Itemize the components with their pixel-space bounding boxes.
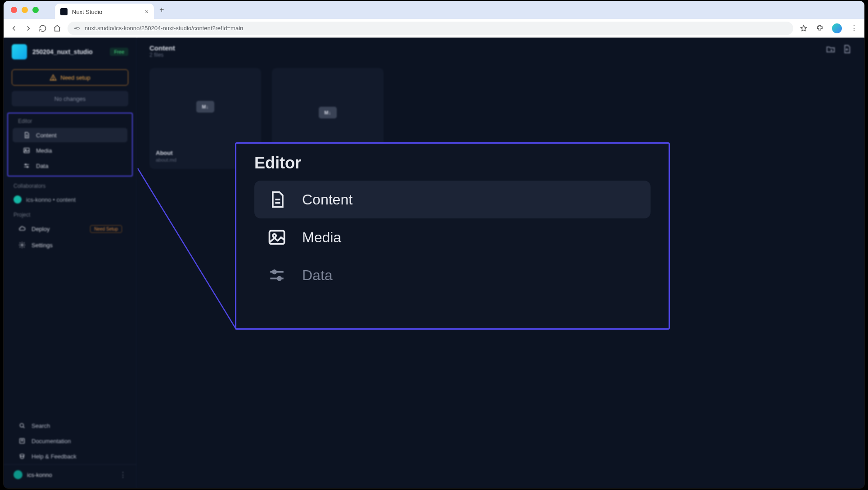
svg-point-10 [21, 456, 22, 457]
sidebar-item-label: Deploy [32, 226, 50, 232]
project-header[interactable]: 250204_nuxt_studio Free [4, 38, 136, 66]
collaborator-name: ics-konno • content [26, 196, 76, 203]
need-setup-label: Need setup [60, 74, 90, 81]
sidebar-item-settings[interactable]: Settings [8, 238, 132, 252]
svg-point-7 [21, 244, 23, 246]
callout-item-content[interactable]: Content [254, 181, 651, 218]
file-text-icon [23, 131, 31, 139]
markdown-icon: M↓ [319, 107, 337, 118]
new-tab-button[interactable]: + [159, 5, 164, 15]
bookmark-icon[interactable] [800, 24, 808, 32]
svg-point-11 [23, 456, 23, 457]
sidebar-user[interactable]: ics-konno ⋮ [4, 464, 136, 485]
callout-item-label: Content [302, 191, 353, 208]
gear-icon [18, 241, 26, 249]
book-icon [18, 437, 26, 445]
sidebar-item-label: Content [36, 132, 57, 139]
sidebar-item-label: Documentation [32, 438, 71, 445]
callout-heading: Editor [254, 154, 651, 172]
no-changes-label: No changes [54, 95, 86, 102]
address-url: nuxt.studio/ics-konno/250204-nuxt-studio… [85, 25, 243, 32]
svg-point-4 [25, 149, 27, 150]
browser-menu-icon[interactable]: ⋮ [850, 24, 858, 32]
warning-icon [50, 74, 57, 81]
sidebar-item-content[interactable]: Content [13, 128, 127, 142]
browser-tab[interactable]: Nuxt Studio × [55, 4, 154, 20]
reload-button[interactable] [39, 24, 47, 32]
callout-item-media[interactable]: Media [254, 218, 651, 256]
site-info-icon [74, 25, 80, 32]
sidebar-item-label: Settings [32, 242, 53, 249]
new-folder-icon[interactable] [826, 44, 836, 54]
editor-callout: Editor Content Media Data [235, 142, 670, 330]
collaborator-avatar [14, 195, 22, 204]
image-icon [267, 227, 287, 247]
search-icon [18, 422, 26, 430]
sliders-icon [23, 162, 31, 170]
sidebar-item-search[interactable]: Search [8, 418, 132, 433]
more-icon[interactable]: ⋮ [119, 471, 127, 479]
tab-title: Nuxt Studio [72, 9, 102, 15]
back-button[interactable] [10, 24, 18, 32]
callout-item-label: Media [302, 229, 341, 246]
collaborators-label: Collaborators [4, 178, 136, 192]
profile-avatar[interactable] [832, 23, 842, 33]
browser-toolbar: nuxt.studio/ics-konno/250204-nuxt-studio… [4, 19, 864, 38]
window-close-dot[interactable] [11, 7, 17, 13]
window-max-dot[interactable] [32, 7, 39, 13]
sidebar-item-deploy[interactable]: Deploy Need Setup [8, 222, 132, 236]
editor-section-label: Editor [8, 113, 132, 127]
extensions-icon[interactable] [816, 24, 824, 32]
plan-badge: Free [110, 48, 128, 56]
editor-section-highlighted: Editor Content Media [7, 113, 133, 177]
no-changes-button[interactable]: No changes [12, 91, 128, 106]
sidebar: 250204_nuxt_studio Free Need setup No ch… [4, 38, 137, 488]
svg-point-14 [273, 234, 276, 237]
tab-favicon [60, 8, 68, 15]
sidebar-item-label: Media [36, 147, 52, 154]
need-setup-pill: Need Setup [90, 225, 122, 233]
sidebar-item-documentation[interactable]: Documentation [8, 434, 132, 448]
sidebar-item-media[interactable]: Media [13, 143, 127, 158]
image-icon [23, 146, 31, 154]
window-min-dot[interactable] [22, 7, 28, 13]
window-controls[interactable] [4, 7, 46, 13]
user-avatar [14, 470, 23, 479]
svg-rect-1 [76, 27, 79, 29]
collaborator-row[interactable]: ics-konno • content [4, 192, 136, 207]
sidebar-item-label: Data [36, 163, 48, 169]
file-text-icon [267, 190, 287, 209]
svg-point-2 [53, 79, 54, 79]
sliders-icon [267, 265, 287, 285]
sidebar-item-data[interactable]: Data [13, 159, 127, 173]
browser-titlebar: Nuxt Studio × + [4, 1, 864, 19]
page-title: Content [149, 44, 852, 52]
project-section-label: Project [4, 207, 136, 221]
page-subtitle: 2 files [149, 52, 852, 58]
svg-point-0 [75, 27, 76, 28]
project-icon [12, 44, 27, 59]
callout-item-data[interactable]: Data [254, 256, 651, 294]
sidebar-item-label: Search [32, 422, 50, 429]
address-bar[interactable]: nuxt.studio/ics-konno/250204-nuxt-studio… [68, 22, 793, 35]
sidebar-item-label: Help & Feedback [32, 453, 77, 460]
need-setup-button[interactable]: Need setup [12, 69, 128, 86]
callout-item-label: Data [302, 267, 333, 284]
svg-point-8 [20, 423, 23, 427]
home-button[interactable] [53, 24, 61, 32]
forward-button[interactable] [24, 24, 32, 32]
project-name: 250204_nuxt_studio [32, 48, 93, 55]
new-file-icon[interactable] [842, 44, 852, 54]
markdown-icon: M↓ [196, 101, 214, 113]
discord-icon [18, 452, 26, 460]
user-name: ics-konno [27, 472, 52, 478]
sidebar-item-help[interactable]: Help & Feedback [8, 449, 132, 463]
tab-close-icon[interactable]: × [145, 8, 149, 15]
cloud-icon [18, 225, 26, 233]
